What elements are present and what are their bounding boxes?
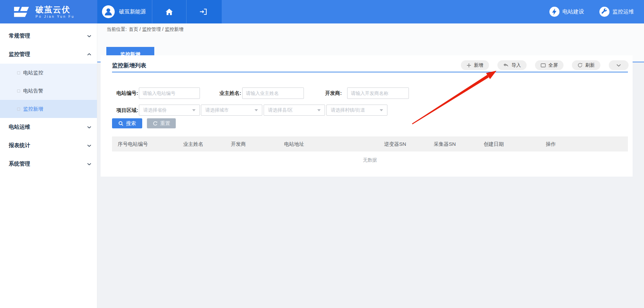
col-电站编号: 电站编号: [128, 136, 148, 151]
col-序号: 序号: [118, 136, 128, 151]
logo-subtitle: Po Jian Yun Fu: [36, 15, 75, 18]
select-placeholder: 请选择村镇/街道: [331, 107, 377, 113]
chevron-up-icon: [87, 53, 91, 56]
logo-title: 破茧云伏: [36, 5, 75, 14]
col-业主姓名: 业主姓名: [183, 136, 203, 151]
home-icon: [165, 8, 173, 15]
logo-text: 破茧云伏 Po Jian Yun Fu: [36, 5, 75, 18]
bullet-icon: [17, 89, 20, 93]
sidebar-item-monitor-add[interactable]: 监控新增: [0, 100, 97, 118]
nav-monitor-ops[interactable]: 监控运维: [599, 7, 634, 17]
col-逆变器SN: 逆变器SN: [384, 136, 406, 151]
chevron-down-icon: [87, 35, 91, 37]
fullscreen-icon: [541, 63, 546, 67]
logo: 破茧云伏 Po Jian Yun Fu: [0, 0, 97, 23]
sidebar-group-label: 监控管理: [9, 51, 87, 58]
county-select[interactable]: 请选择县/区: [264, 105, 325, 116]
sidebar: 常规管理 监控管理 电站监控 电站告警 监控新增 电站运维: [0, 23, 97, 308]
button-label: 导入: [512, 62, 521, 68]
search-icon: [118, 121, 123, 126]
header-middle-section: 破茧新能源: [97, 0, 222, 23]
sidebar-item-label: 电站告警: [23, 88, 43, 94]
sidebar-item-label: 电站监控: [23, 70, 43, 76]
sidebar-item-station-alarm[interactable]: 电站告警: [0, 82, 97, 100]
top-header: 破茧云伏 Po Jian Yun Fu 破茧新能源: [0, 0, 644, 23]
wrench-icon: [599, 7, 609, 17]
caret-down-icon: [317, 109, 321, 111]
reset-icon: [153, 121, 158, 126]
empty-state: 无数据: [112, 151, 628, 163]
sidebar-item-monitor-mgmt[interactable]: 监控管理: [0, 45, 97, 64]
sidebar-item-general-mgmt[interactable]: 常规管理: [0, 27, 97, 45]
sign-out-icon: [199, 8, 207, 15]
add-button[interactable]: 新增: [461, 60, 489, 70]
button-label: 搜索: [126, 120, 136, 127]
sidebar-group-label: 电站运维: [9, 124, 87, 131]
company-name: 破茧新能源: [119, 8, 146, 15]
col-开发商: 开发商: [231, 136, 246, 151]
station-code-label: 电站编号:: [111, 87, 138, 99]
plus-icon: [467, 63, 471, 68]
sidebar-group-label: 系统管理: [9, 161, 87, 168]
nav-station-construction[interactable]: 电站建设: [549, 7, 584, 17]
station-code-input[interactable]: [139, 87, 200, 99]
panel-toolbar: 新增 导入 全屏 刷新: [452, 60, 629, 70]
sidebar-group-label: 常规管理: [9, 33, 87, 40]
sidebar-item-station-monitor[interactable]: 电站监控: [0, 64, 97, 82]
province-select[interactable]: 请选择省份: [139, 105, 200, 116]
sidebar-item-system-mgmt[interactable]: 系统管理: [0, 155, 97, 173]
search-button[interactable]: 搜索: [112, 118, 142, 128]
select-placeholder: 请选择县/区: [268, 107, 315, 113]
logout-button[interactable]: [186, 0, 220, 23]
import-button[interactable]: 导入: [497, 60, 527, 70]
owner-name-label: 业主姓名:: [216, 87, 241, 99]
lightning-icon: [549, 7, 559, 17]
title-divider: [112, 72, 628, 72]
refresh-icon: [578, 63, 583, 68]
nav-label: 监控运维: [612, 8, 634, 15]
col-操作: 操作: [546, 136, 556, 151]
chevron-down-icon: [87, 144, 91, 147]
chevron-down-icon: [87, 163, 91, 165]
app-window: 破茧云伏 Po Jian Yun Fu 破茧新能源: [0, 0, 644, 308]
sidebar-item-station-ops[interactable]: 电站运维: [0, 118, 97, 136]
col-电站地址: 电站地址: [284, 136, 304, 151]
sidebar-group-label: 报表统计: [9, 142, 87, 149]
collapse-toolbar-button[interactable]: [609, 60, 629, 70]
logo-emblem-icon: [13, 5, 31, 19]
sidebar-item-label: 监控新增: [23, 106, 43, 112]
chevron-down-icon: [616, 64, 621, 67]
col-创建日期: 创建日期: [484, 136, 504, 151]
user-avatar-icon: [102, 5, 115, 18]
developer-label: 开发商:: [321, 87, 342, 99]
button-label: 全屏: [548, 62, 558, 68]
table-header-row: 序号 电站编号 业主姓名 开发商 电站地址 逆变器SN 采集器SN 创建日期 操…: [112, 136, 628, 151]
caret-down-icon: [192, 109, 196, 111]
panel-title: 监控新增列表: [112, 62, 146, 69]
home-button[interactable]: [152, 0, 186, 23]
import-icon: [503, 63, 509, 67]
user-account[interactable]: 破茧新能源: [97, 0, 152, 23]
city-select[interactable]: 请选择城市: [201, 105, 262, 116]
developer-input[interactable]: [347, 87, 409, 99]
select-placeholder: 请选择省份: [143, 107, 190, 113]
town-select[interactable]: 请选择村镇/街道: [326, 105, 387, 116]
button-label: 新增: [474, 62, 483, 68]
caret-down-icon: [255, 109, 258, 111]
fullscreen-button[interactable]: 全屏: [535, 60, 564, 70]
project-region-label: 项目区域:: [111, 105, 138, 116]
bullet-icon: [17, 71, 20, 74]
reset-button[interactable]: 重置: [147, 118, 176, 128]
breadcrumb-label: 当前位置:: [107, 26, 127, 33]
refresh-button[interactable]: 刷新: [572, 60, 600, 70]
sidebar-item-report-stats[interactable]: 报表统计: [0, 136, 97, 155]
caret-down-icon: [380, 109, 383, 111]
select-placeholder: 请选择城市: [205, 107, 252, 113]
breadcrumb: 当前位置: 首页 / 监控管理 / 监控新增: [97, 23, 644, 35]
nav-label: 电站建设: [562, 8, 584, 15]
owner-name-input[interactable]: [242, 87, 304, 99]
breadcrumb-path: 首页 / 监控管理 / 监控新增: [129, 26, 183, 33]
button-label: 刷新: [585, 62, 595, 68]
sidebar-submenu: 电站监控 电站告警 监控新增: [0, 64, 97, 118]
button-label: 重置: [160, 120, 170, 127]
